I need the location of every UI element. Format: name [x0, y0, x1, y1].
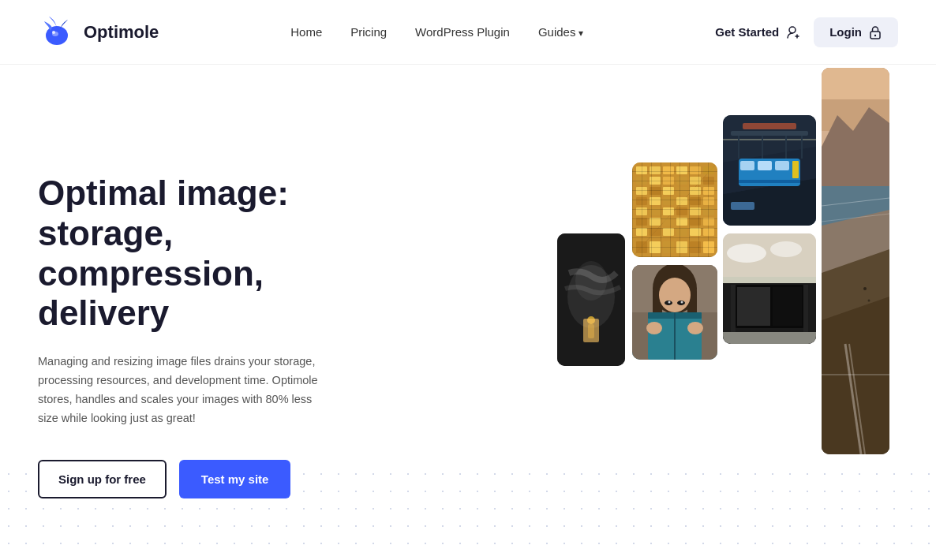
- svg-line-12: [632, 162, 717, 257]
- svg-rect-21: [663, 177, 674, 185]
- svg-rect-68: [792, 161, 799, 178]
- svg-rect-69: [731, 131, 808, 136]
- user-plus-icon: [785, 24, 801, 40]
- image-panel-building: [632, 162, 717, 257]
- nav-item-home[interactable]: Home: [290, 25, 322, 39]
- test-site-button[interactable]: Test my site: [179, 460, 291, 498]
- hero-section: Optimal image: storage, compression, del…: [0, 65, 936, 560]
- svg-rect-95: [737, 287, 770, 326]
- svg-rect-54: [703, 228, 714, 236]
- image-panel-arch: [723, 233, 816, 344]
- woman-image: [632, 265, 717, 360]
- svg-point-83: [668, 301, 671, 304]
- svg-rect-44: [650, 218, 661, 226]
- svg-rect-35: [690, 197, 701, 205]
- svg-rect-42: [703, 207, 714, 215]
- svg-rect-97: [723, 277, 816, 283]
- svg-rect-58: [676, 241, 687, 253]
- nav-link-home[interactable]: Home: [290, 25, 322, 39]
- nav-item-wordpress[interactable]: WordPress Plugin: [415, 25, 510, 39]
- svg-rect-19: [636, 177, 647, 185]
- svg-point-91: [727, 244, 766, 263]
- nav-right: Get Started Login: [715, 17, 898, 47]
- svg-rect-15: [663, 166, 674, 174]
- svg-point-2: [52, 31, 55, 34]
- svg-point-89: [687, 322, 703, 334]
- svg-rect-29: [690, 187, 701, 195]
- svg-point-92: [770, 241, 802, 257]
- chevron-down-icon: [578, 25, 583, 39]
- svg-rect-10: [588, 324, 594, 338]
- svg-rect-20: [650, 177, 661, 185]
- svg-point-9: [587, 316, 595, 324]
- svg-rect-32: [650, 197, 661, 205]
- svg-rect-17: [690, 166, 701, 174]
- svg-rect-64: [740, 161, 754, 170]
- nav-item-pricing[interactable]: Pricing: [350, 25, 387, 39]
- svg-rect-59: [690, 241, 701, 253]
- svg-point-3: [789, 27, 796, 33]
- hero-buttons: Sign up for free Test my site: [38, 460, 369, 498]
- svg-rect-65: [758, 161, 772, 170]
- svg-rect-45: [663, 218, 674, 226]
- navbar: Optimole Home Pricing WordPress Plugin G…: [0, 0, 936, 65]
- get-started-button[interactable]: Get Started: [715, 24, 801, 40]
- coast-image: [822, 68, 889, 454]
- svg-rect-66: [775, 161, 789, 170]
- building-image: [632, 162, 717, 257]
- svg-rect-41: [690, 207, 701, 215]
- svg-rect-56: [650, 241, 661, 253]
- image-panel-coast: [822, 68, 889, 454]
- svg-rect-50: [650, 228, 661, 236]
- image-collage: [541, 115, 920, 510]
- svg-rect-60: [703, 241, 714, 253]
- svg-rect-74: [743, 123, 796, 129]
- svg-rect-57: [663, 241, 674, 253]
- nav-link-wordpress[interactable]: WordPress Plugin: [415, 25, 510, 39]
- svg-rect-99: [731, 285, 736, 332]
- svg-rect-40: [676, 207, 687, 215]
- svg-rect-52: [676, 228, 687, 236]
- svg-rect-49: [636, 228, 647, 236]
- hero-images: [526, 65, 936, 560]
- svg-rect-37: [636, 207, 647, 215]
- svg-rect-96: [773, 287, 802, 326]
- svg-rect-14: [650, 166, 661, 174]
- svg-rect-33: [663, 197, 674, 205]
- svg-rect-46: [676, 218, 687, 226]
- nav-links: Home Pricing WordPress Plugin Guides: [290, 25, 583, 39]
- svg-rect-28: [676, 187, 687, 195]
- svg-rect-67: [739, 180, 800, 183]
- image-panel-smoke: [557, 233, 625, 366]
- signup-button[interactable]: Sign up for free: [38, 460, 167, 498]
- logo-link[interactable]: Optimole: [38, 13, 159, 51]
- svg-rect-34: [676, 197, 687, 205]
- svg-rect-30: [703, 187, 714, 195]
- architecture-image: [723, 233, 816, 344]
- svg-rect-36: [703, 197, 714, 205]
- station-image: [723, 115, 816, 226]
- svg-point-110: [868, 300, 870, 302]
- smoke-image: [557, 233, 625, 366]
- nav-item-guides[interactable]: Guides: [538, 25, 584, 39]
- svg-rect-25: [636, 187, 647, 195]
- svg-rect-13: [636, 166, 647, 174]
- logo-icon: [38, 13, 76, 51]
- nav-link-pricing[interactable]: Pricing: [350, 25, 387, 39]
- svg-rect-103: [822, 68, 889, 99]
- hero-content: Optimal image: storage, compression, del…: [38, 174, 369, 498]
- svg-rect-98: [723, 332, 816, 344]
- svg-rect-43: [636, 218, 647, 226]
- svg-point-5: [874, 34, 876, 35]
- hero-subtitle: Managing and resizing image files drains…: [38, 353, 322, 428]
- svg-rect-11: [632, 162, 717, 257]
- hero-title: Optimal image: storage, compression, del…: [38, 174, 369, 333]
- login-button[interactable]: Login: [814, 17, 898, 47]
- svg-point-88: [646, 322, 662, 334]
- image-panel-station: [723, 115, 816, 226]
- nav-link-guides[interactable]: Guides: [538, 25, 584, 39]
- svg-rect-24: [703, 177, 714, 185]
- svg-rect-31: [636, 197, 647, 205]
- svg-rect-51: [663, 228, 674, 236]
- svg-rect-55: [636, 241, 647, 253]
